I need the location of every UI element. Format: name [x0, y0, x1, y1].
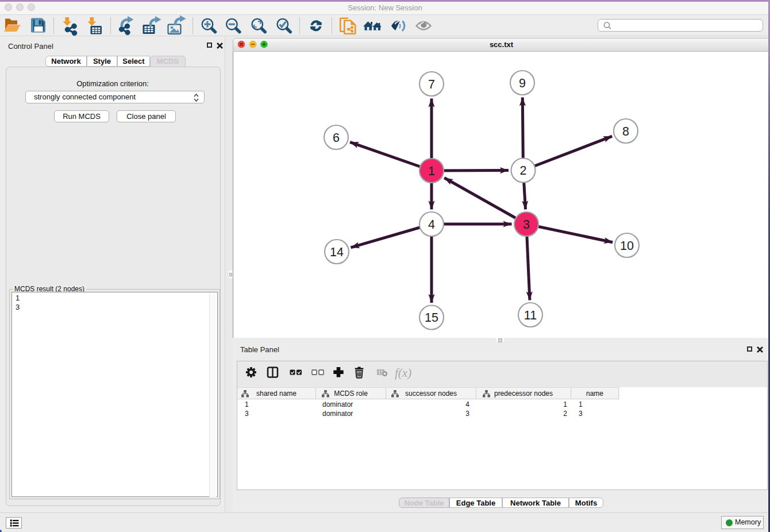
svg-text:8: 8 [622, 125, 629, 138]
svg-text:2: 2 [520, 164, 527, 178]
svg-text:6: 6 [333, 131, 340, 145]
svg-text:f(x): f(x) [395, 366, 411, 380]
svg-text:7: 7 [428, 78, 435, 91]
svg-text:11: 11 [524, 309, 537, 322]
svg-text:14: 14 [330, 245, 344, 259]
svg-text:10: 10 [620, 239, 634, 253]
svg-text:3: 3 [523, 218, 530, 232]
svg-text:15: 15 [425, 311, 438, 325]
svg-text:4: 4 [428, 218, 435, 232]
svg-text:1: 1 [428, 164, 435, 178]
svg-text:9: 9 [519, 76, 526, 90]
